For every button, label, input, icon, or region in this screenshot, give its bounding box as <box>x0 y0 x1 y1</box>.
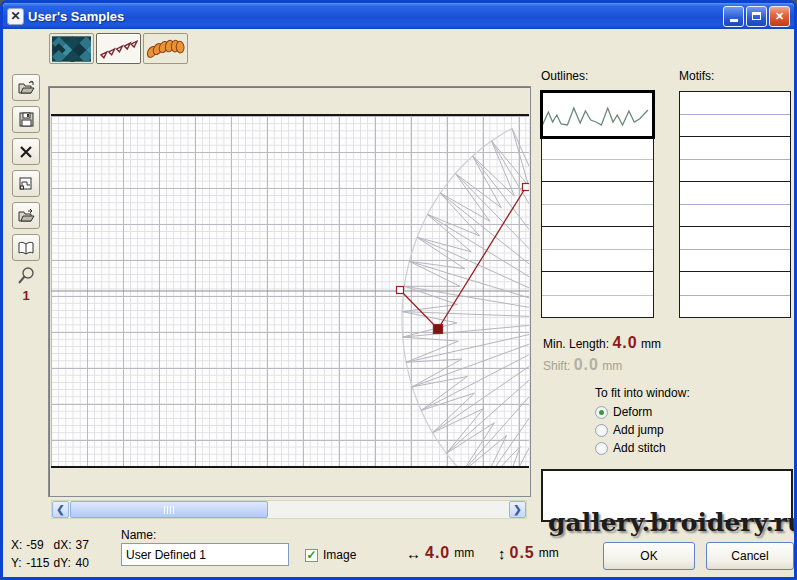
book-icon <box>18 241 34 255</box>
radio-add-jump-label: Add jump <box>613 423 664 437</box>
shift-value: 0.0 <box>574 356 599 373</box>
shift-label: Shift: <box>543 359 570 373</box>
save-button[interactable] <box>12 106 40 133</box>
minimize-button[interactable] <box>723 6 744 27</box>
preview-line <box>680 204 790 205</box>
open-button[interactable] <box>12 74 40 101</box>
motifs-cell[interactable] <box>680 182 790 227</box>
horizontal-scrollbar[interactable]: ❮ ❯ <box>51 500 527 519</box>
cord-icon <box>146 37 185 61</box>
sample-type-toolbar <box>49 33 190 64</box>
maximize-button[interactable] <box>746 6 767 27</box>
vertical-arrow-icon: ↕ <box>498 545 506 562</box>
horizontal-arrow-icon: ↔ <box>406 545 421 562</box>
motif-outline-sample-button[interactable] <box>96 33 141 64</box>
radio-add-stitch-circle[interactable] <box>595 442 608 455</box>
y-label: Y: <box>11 554 26 572</box>
image-checkbox[interactable]: ✓ <box>305 549 318 562</box>
preview-line <box>542 204 653 205</box>
motif-outline-icon <box>99 37 138 61</box>
motif-node[interactable] <box>523 184 530 191</box>
shift-unit: mm <box>602 359 622 373</box>
radio-deform-circle[interactable] <box>595 406 608 419</box>
selected-outline-zigzag <box>542 92 649 133</box>
motif-node-selected[interactable] <box>434 325 443 334</box>
radio-add-jump[interactable]: Add jump <box>595 423 664 437</box>
sample-canvas[interactable] <box>48 86 531 497</box>
radio-deform[interactable]: Deform <box>595 405 652 419</box>
fit-into-window-label: To fit into window: <box>595 386 690 400</box>
stitch-height-unit: mm <box>539 546 559 560</box>
motifs-list[interactable] <box>679 91 791 318</box>
cancel-button[interactable]: Cancel <box>706 542 794 570</box>
min-length-unit: mm <box>641 337 661 351</box>
scrollbar-thumb[interactable] <box>70 501 268 518</box>
min-length-value[interactable]: 4.0 <box>612 334 637 351</box>
x-label: X: <box>11 536 26 554</box>
dy-label: dY: <box>53 554 75 572</box>
outlines-label: Outlines: <box>541 69 588 83</box>
min-length-label: Min. Length: <box>543 337 609 351</box>
preview-line <box>680 249 790 250</box>
import-button[interactable] <box>12 202 40 229</box>
zoom-indicator[interactable]: 1 <box>12 266 40 303</box>
dx-label: dX: <box>53 536 75 554</box>
preview-line <box>542 249 653 250</box>
motifs-cell[interactable] <box>680 137 790 182</box>
delete-button[interactable] <box>12 138 40 165</box>
outlines-cell[interactable] <box>542 227 653 272</box>
dy-value: 40 <box>76 554 93 572</box>
close-button[interactable]: ✕ <box>769 6 790 27</box>
zoom-level-value: 1 <box>12 288 40 303</box>
x-value: -59 <box>26 536 53 554</box>
fill-pattern-icon <box>52 36 91 62</box>
dx-value: 37 <box>76 536 93 554</box>
library-button[interactable] <box>12 234 40 261</box>
stitch-width-value[interactable]: 4.0 <box>425 544 450 562</box>
coordinates-readout: X: -59 dX: 37 Y: -115 dY: 40 <box>11 536 93 572</box>
open-folder-icon <box>18 80 35 95</box>
outlines-cell[interactable] <box>542 272 653 317</box>
stitch-width-row: ↔ 4.0 mm <box>406 544 474 562</box>
name-input[interactable] <box>121 543 289 566</box>
radio-deform-label: Deform <box>613 405 652 419</box>
outlines-cell[interactable] <box>542 92 653 137</box>
motif-node[interactable] <box>397 287 404 294</box>
watermark-text: gallery.broidery.ru <box>548 508 797 537</box>
outlines-cell[interactable] <box>542 137 653 182</box>
scroll-right-button[interactable]: ❯ <box>509 501 526 518</box>
motifs-label: Motifs: <box>679 69 714 83</box>
y-value: -115 <box>26 554 53 572</box>
radio-add-jump-circle[interactable] <box>595 424 608 437</box>
save-icon <box>19 112 34 127</box>
fill-pattern-sample-button[interactable] <box>49 33 94 64</box>
preview-line <box>680 114 790 115</box>
app-icon: ✕ <box>7 8 24 25</box>
reshape-button[interactable] <box>12 170 40 197</box>
outlines-cell[interactable] <box>542 182 653 227</box>
fan-preview-drawing <box>51 116 529 466</box>
preview-line <box>680 295 790 296</box>
window-title: User's Samples <box>28 9 721 24</box>
reshape-icon <box>18 176 34 191</box>
min-length-row: Min. Length: 4.0 mm <box>543 334 661 352</box>
outlines-list[interactable] <box>541 91 654 318</box>
shift-row: Shift: 0.0 mm <box>543 356 622 374</box>
image-checkbox-label: Image <box>323 548 356 562</box>
import-folder-icon <box>18 208 35 223</box>
motifs-cell[interactable] <box>680 272 790 317</box>
motifs-cell[interactable] <box>680 227 790 272</box>
cord-sample-button[interactable] <box>143 33 188 64</box>
delete-x-icon <box>19 145 33 159</box>
ok-button[interactable]: OK <box>603 542 695 570</box>
motifs-cell[interactable] <box>680 92 790 137</box>
image-checkbox-row[interactable]: ✓ Image <box>305 548 356 562</box>
radio-add-stitch-label: Add stitch <box>613 441 666 455</box>
scrollbar-track[interactable] <box>69 501 509 518</box>
title-bar[interactable]: ✕ User's Samples ✕ <box>3 3 794 29</box>
grid-area[interactable] <box>51 114 529 468</box>
preview-line <box>680 159 790 160</box>
scroll-left-button[interactable]: ❮ <box>52 501 69 518</box>
radio-add-stitch[interactable]: Add stitch <box>595 441 666 455</box>
stitch-height-value[interactable]: 0.5 <box>510 544 535 562</box>
